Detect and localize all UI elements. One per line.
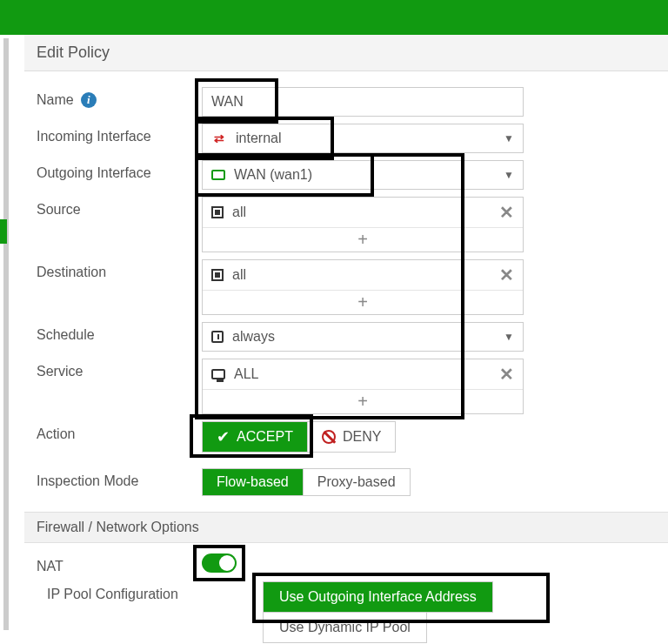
destination-item-label: all <box>232 267 246 283</box>
inspection-proxy-label: Proxy-based <box>317 474 396 490</box>
nic-icon <box>211 170 225 180</box>
address-icon <box>211 269 224 281</box>
address-icon <box>211 206 224 218</box>
label-incoming: Incoming Interface <box>37 129 151 144</box>
sidebar-sliver <box>3 38 9 630</box>
source-item[interactable]: all ✕ <box>203 198 523 227</box>
source-item-label: all <box>232 205 246 220</box>
page-title: Edit Policy <box>24 35 668 71</box>
check-icon: ✔ <box>217 427 230 446</box>
service-add[interactable]: + <box>203 389 523 413</box>
label-ippool: IP Pool Configuration <box>47 587 178 602</box>
label-destination: Destination <box>37 265 106 280</box>
label-outgoing: Outgoing Interface <box>37 165 151 181</box>
schedule-icon <box>211 331 224 343</box>
inspection-flow-label: Flow-based <box>217 474 289 490</box>
action-deny-button[interactable]: DENY <box>308 422 395 452</box>
destination-add[interactable]: + <box>203 290 523 314</box>
sidebar-active-marker <box>0 219 7 244</box>
schedule-select[interactable]: always ▼ <box>202 322 524 352</box>
service-item-label: ALL <box>234 366 258 382</box>
label-service: Service <box>37 364 83 379</box>
remove-icon[interactable]: ✕ <box>499 364 514 385</box>
service-item[interactable]: ALL ✕ <box>203 359 523 389</box>
top-bar <box>0 0 668 35</box>
remove-icon[interactable]: ✕ <box>499 202 514 223</box>
remove-icon[interactable]: ✕ <box>499 265 514 285</box>
service-icon <box>211 369 225 379</box>
source-multiselect[interactable]: all ✕ + <box>202 197 524 252</box>
incoming-interface-select[interactable]: ⇄ internal ▼ <box>202 124 524 153</box>
label-name: Name <box>37 92 74 108</box>
nat-toggle[interactable] <box>202 553 237 573</box>
label-action: Action <box>37 426 75 442</box>
outgoing-interface-value: WAN (wan1) <box>234 167 312 183</box>
inspection-flow-button[interactable]: Flow-based <box>203 469 304 495</box>
action-accept-button[interactable]: ✔ ACCEPT <box>203 422 308 452</box>
label-source: Source <box>37 202 81 218</box>
ippool-use-outgoing-button[interactable]: Use Outgoing Interface Address <box>263 581 493 613</box>
destination-multiselect[interactable]: all ✕ + <box>202 259 524 315</box>
inspection-button-group: Flow-based Proxy-based <box>202 468 411 496</box>
ippool-use-dynamic-button[interactable]: Use Dynamic IP Pool <box>263 613 427 643</box>
chevron-down-icon: ▼ <box>504 169 514 181</box>
label-schedule: Schedule <box>37 327 95 343</box>
label-nat: NAT <box>37 559 63 574</box>
policy-form: Name i Incoming Interface ⇄ internal ▼ <box>24 71 668 496</box>
action-accept-label: ACCEPT <box>237 429 293 445</box>
name-input[interactable] <box>202 87 524 117</box>
action-button-group: ✔ ACCEPT DENY <box>202 421 396 453</box>
section-firewall-options: Firewall / Network Options <box>24 512 668 543</box>
outgoing-interface-select[interactable]: WAN (wan1) ▼ <box>202 160 524 190</box>
service-multiselect[interactable]: ALL ✕ + <box>202 359 524 414</box>
info-icon[interactable]: i <box>81 92 97 108</box>
destination-item[interactable]: all ✕ <box>203 260 523 290</box>
inspection-proxy-button[interactable]: Proxy-based <box>304 469 410 495</box>
shuffle-icon: ⇄ <box>211 131 227 145</box>
schedule-value: always <box>232 329 275 345</box>
source-add[interactable]: + <box>203 227 523 252</box>
action-deny-label: DENY <box>343 429 381 445</box>
chevron-down-icon: ▼ <box>504 132 514 144</box>
label-inspection: Inspection Mode <box>37 473 138 489</box>
chevron-down-icon: ▼ <box>504 331 514 343</box>
incoming-interface-value: internal <box>236 131 281 146</box>
deny-icon <box>322 430 336 444</box>
